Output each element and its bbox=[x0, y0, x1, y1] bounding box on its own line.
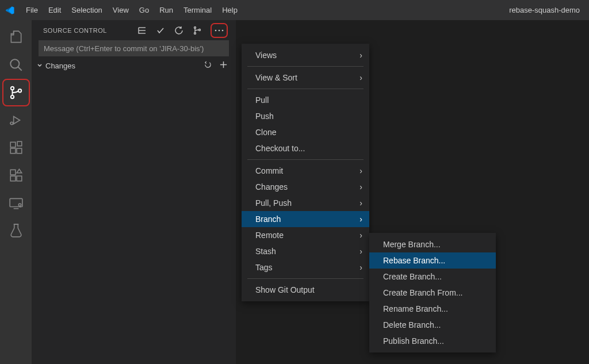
ctx-push[interactable]: Push bbox=[242, 108, 369, 124]
svg-point-2 bbox=[10, 87, 13, 90]
svg-rect-10 bbox=[10, 170, 16, 175]
activity-extensions[interactable] bbox=[2, 134, 30, 162]
svg-rect-8 bbox=[17, 148, 22, 154]
menu-edit[interactable]: Edit bbox=[43, 3, 66, 17]
svg-point-25 bbox=[215, 29, 217, 31]
vscode-logo-icon bbox=[5, 5, 15, 16]
ctx-stash[interactable]: Stash› bbox=[242, 243, 369, 259]
svg-point-22 bbox=[194, 32, 196, 34]
ctx-merge-branch[interactable]: Merge Branch... bbox=[369, 236, 496, 252]
svg-point-27 bbox=[222, 29, 224, 31]
svg-point-21 bbox=[194, 26, 196, 28]
svg-point-4 bbox=[18, 89, 21, 92]
graph-icon[interactable] bbox=[192, 25, 202, 36]
ctx-git-output[interactable]: Show Git Output bbox=[242, 282, 369, 298]
ctx-rename-branch[interactable]: Rename Branch... bbox=[369, 301, 496, 317]
menu-go[interactable]: Go bbox=[134, 3, 154, 17]
scm-context-menu: Views› View & Sort› Pull Push Clone Chec… bbox=[242, 44, 369, 301]
svg-point-15 bbox=[18, 204, 21, 206]
ctx-create-branch[interactable]: Create Branch... bbox=[369, 269, 496, 285]
ctx-publish-branch[interactable]: Publish Branch... bbox=[369, 333, 496, 349]
refresh-icon[interactable] bbox=[174, 25, 184, 36]
menu-bar: File Edit Selection View Go Run Terminal… bbox=[21, 3, 243, 17]
svg-rect-9 bbox=[17, 141, 22, 146]
stage-all-icon[interactable] bbox=[219, 60, 228, 71]
menu-file[interactable]: File bbox=[21, 3, 43, 17]
menu-run[interactable]: Run bbox=[154, 3, 178, 17]
discard-changes-icon[interactable] bbox=[204, 60, 212, 71]
ctx-remote[interactable]: Remote› bbox=[242, 227, 369, 243]
chevron-down-icon bbox=[36, 62, 43, 70]
menu-terminal[interactable]: Terminal bbox=[178, 3, 217, 17]
ctx-delete-branch[interactable]: Delete Branch... bbox=[369, 317, 496, 333]
commit-placeholder: Message (Ctrl+Enter to commit on 'JIRA-3… bbox=[44, 44, 204, 53]
ctx-checkout[interactable]: Checkout to... bbox=[242, 140, 369, 156]
activity-search[interactable] bbox=[2, 51, 30, 79]
svg-rect-12 bbox=[17, 176, 22, 181]
commit-message-input[interactable]: Message (Ctrl+Enter to commit on 'JIRA-3… bbox=[39, 40, 229, 56]
panel-header: SOURCE CONTROL bbox=[32, 20, 236, 40]
commit-icon[interactable] bbox=[155, 25, 166, 36]
view-as-tree-icon[interactable] bbox=[137, 25, 147, 36]
menu-help[interactable]: Help bbox=[217, 3, 243, 17]
ctx-tags[interactable]: Tags› bbox=[242, 259, 369, 275]
svg-rect-7 bbox=[10, 148, 16, 154]
svg-rect-6 bbox=[10, 142, 16, 147]
changes-label: Changes bbox=[45, 62, 204, 70]
more-actions-icon[interactable] bbox=[211, 23, 228, 38]
svg-rect-11 bbox=[10, 176, 16, 181]
svg-point-23 bbox=[199, 29, 201, 30]
activity-debug[interactable] bbox=[2, 106, 30, 134]
activity-extensions-2[interactable] bbox=[2, 162, 30, 189]
panel-title: SOURCE CONTROL bbox=[43, 27, 137, 34]
ctx-changes[interactable]: Changes› bbox=[242, 179, 369, 195]
ctx-clone[interactable]: Clone bbox=[242, 124, 369, 140]
activity-testing[interactable] bbox=[2, 217, 30, 244]
activity-source-control[interactable] bbox=[2, 79, 30, 106]
menu-selection[interactable]: Selection bbox=[66, 3, 107, 17]
ctx-branch[interactable]: Branch› bbox=[242, 211, 369, 227]
activity-bar bbox=[0, 20, 32, 364]
svg-point-26 bbox=[219, 29, 220, 31]
ctx-commit[interactable]: Commit› bbox=[242, 163, 369, 179]
svg-line-16 bbox=[20, 206, 20, 207]
ctx-views[interactable]: Views› bbox=[242, 47, 369, 63]
svg-point-0 bbox=[10, 59, 19, 68]
branch-submenu: Merge Branch... Rebase Branch... Create … bbox=[369, 233, 496, 352]
ctx-rebase-branch[interactable]: Rebase Branch... bbox=[369, 252, 496, 269]
window-title: rebase-squash-demo bbox=[509, 6, 580, 14]
svg-line-1 bbox=[18, 67, 22, 71]
ctx-view-sort[interactable]: View & Sort› bbox=[242, 70, 369, 86]
svg-point-3 bbox=[10, 95, 13, 98]
menu-view[interactable]: View bbox=[108, 3, 134, 17]
source-control-panel: SOURCE CONTROL Message (C bbox=[32, 20, 236, 364]
changes-section-header[interactable]: Changes bbox=[32, 59, 236, 72]
ctx-pull[interactable]: Pull bbox=[242, 92, 369, 108]
activity-remote[interactable] bbox=[2, 189, 30, 217]
ctx-create-branch-from[interactable]: Create Branch From... bbox=[369, 285, 496, 301]
activity-explorer[interactable] bbox=[2, 24, 30, 51]
ctx-pull-push[interactable]: Pull, Push› bbox=[242, 195, 369, 211]
titlebar: File Edit Selection View Go Run Terminal… bbox=[0, 0, 589, 20]
